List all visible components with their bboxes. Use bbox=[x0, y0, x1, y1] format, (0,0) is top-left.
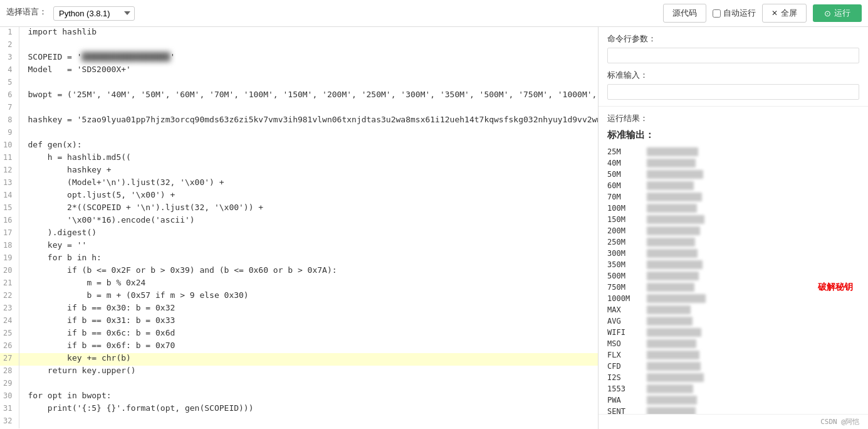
line-number: 21 bbox=[0, 278, 19, 290]
code-body: 1import hashlib23SCOPEID = '████████████… bbox=[0, 27, 599, 428]
output-bar-row bbox=[647, 304, 706, 315]
line-number: 8 bbox=[0, 115, 19, 127]
output-bar-row bbox=[647, 236, 706, 248]
line-number: 17 bbox=[0, 228, 19, 240]
line-code: Model = 'SDS2000X+' bbox=[19, 65, 599, 77]
lang-label: 选择语言： bbox=[6, 6, 47, 18]
app: 选择语言： Python (3.8.1)Python (3.9)Python (… bbox=[0, 0, 868, 429]
output-key: PWA bbox=[607, 395, 642, 406]
line-number: 19 bbox=[0, 253, 19, 265]
line-number: 7 bbox=[0, 102, 19, 115]
output-bar-row bbox=[647, 225, 706, 236]
stdout-label: 标准输出： bbox=[607, 129, 859, 141]
table-row: 27 key += chr(b) bbox=[0, 353, 599, 366]
output-key: 70M bbox=[607, 191, 642, 203]
table-row: 15 2*((SCOPEID + '\n').ljust(32, '\x00')… bbox=[0, 203, 599, 215]
output-area: 25M40M50M60M70M100M150M200M250M300M350M5… bbox=[607, 146, 859, 414]
output-key: I2S bbox=[607, 372, 642, 383]
auto-run-checkbox[interactable] bbox=[713, 9, 721, 18]
cmd-args-input[interactable] bbox=[607, 48, 859, 63]
output-bar-row bbox=[647, 157, 706, 169]
stdin-label: 标准输入： bbox=[607, 70, 859, 81]
table-row: 26 if b == 0x6f: b = 0x70 bbox=[0, 341, 599, 353]
fullscreen-button[interactable]: ✕ 全屏 bbox=[762, 4, 807, 23]
output-key: 750M bbox=[607, 282, 642, 293]
line-number: 6 bbox=[0, 90, 19, 102]
line-number: 5 bbox=[0, 77, 19, 90]
line-number: 25 bbox=[0, 328, 19, 341]
table-row: 23 if b == 0x30: b = 0x32 bbox=[0, 303, 599, 315]
line-code: import hashlib bbox=[19, 27, 599, 40]
line-number: 14 bbox=[0, 190, 19, 203]
source-button[interactable]: 源代码 bbox=[663, 4, 706, 23]
main-area: 1import hashlib23SCOPEID = '████████████… bbox=[0, 27, 868, 429]
output-bar-row bbox=[647, 361, 706, 372]
table-row: 14 opt.ljust(5, '\x00') + bbox=[0, 190, 599, 203]
auto-run-text: 自动运行 bbox=[723, 8, 756, 19]
line-number: 20 bbox=[0, 265, 19, 278]
output-values bbox=[647, 146, 706, 414]
table-row: 31 print('{:5} {}'.format(opt, gen(SCOPE… bbox=[0, 403, 599, 416]
fullscreen-icon: ✕ bbox=[771, 9, 778, 18]
line-code bbox=[19, 102, 599, 115]
line-code: hashkey = '5zao9lyua01pp7hjzm3orcq90mds6… bbox=[19, 115, 599, 127]
line-number: 18 bbox=[0, 240, 19, 253]
output-bar-row bbox=[647, 338, 706, 349]
line-number: 10 bbox=[0, 140, 19, 152]
output-bar-row bbox=[647, 383, 706, 395]
line-number: 22 bbox=[0, 290, 19, 303]
output-key: 1553 bbox=[607, 383, 642, 395]
lang-select[interactable]: Python (3.8.1)Python (3.9)Python (3.10)C… bbox=[53, 6, 135, 21]
table-row: 12 hashkey + bbox=[0, 165, 599, 177]
crack-label: 破解秘钥 bbox=[818, 282, 853, 293]
fullscreen-label: 全屏 bbox=[781, 8, 797, 19]
line-code bbox=[19, 77, 599, 90]
stdin-input[interactable] bbox=[607, 84, 859, 100]
table-row: 2 bbox=[0, 40, 599, 52]
footer: CSDN @阿恺 bbox=[599, 414, 868, 429]
table-row: 17 ).digest() bbox=[0, 228, 599, 240]
right-top: 命令行参数： 标准输入： bbox=[599, 27, 868, 107]
line-code: bwopt = ('25M', '40M', '50M', '60M', '70… bbox=[19, 90, 599, 102]
table-row: 25 if b == 0x6c: b = 0x6d bbox=[0, 328, 599, 341]
output-bar-row bbox=[647, 282, 706, 293]
run-button[interactable]: ⊙ 运行 bbox=[813, 4, 862, 22]
run-label: 运行 bbox=[834, 8, 850, 19]
line-number: 23 bbox=[0, 303, 19, 315]
line-code: '\x00'*16).encode('ascii') bbox=[19, 215, 599, 228]
output-bar-row bbox=[647, 214, 706, 225]
code-table: 1import hashlib23SCOPEID = '████████████… bbox=[0, 27, 599, 428]
table-row: 30for opt in bwopt: bbox=[0, 391, 599, 403]
output-key: 150M bbox=[607, 214, 642, 225]
table-row: 29 bbox=[0, 378, 599, 391]
line-code: if b == 0x31: b = 0x33 bbox=[19, 315, 599, 328]
output-key: MSO bbox=[607, 338, 642, 349]
line-number: 15 bbox=[0, 203, 19, 215]
auto-run-label: 自动运行 bbox=[713, 8, 756, 19]
table-row: 20 if (b <= 0x2F or b > 0x39) and (b <= … bbox=[0, 265, 599, 278]
right-bottom: 运行结果： 标准输出： 25M40M50M60M70M100M150M200M2… bbox=[599, 107, 868, 414]
table-row: 8hashkey = '5zao9lyua01pp7hjzm3orcq90mds… bbox=[0, 115, 599, 127]
table-row: 9 bbox=[0, 127, 599, 140]
output-key: AVG bbox=[607, 315, 642, 327]
toolbar: 选择语言： Python (3.8.1)Python (3.9)Python (… bbox=[0, 0, 868, 27]
table-row: 1import hashlib bbox=[0, 27, 599, 40]
line-code: if b == 0x6f: b = 0x70 bbox=[19, 341, 599, 353]
output-bar-row bbox=[647, 327, 706, 338]
output-key: 1000M bbox=[607, 293, 642, 304]
line-number: 3 bbox=[0, 52, 19, 65]
line-code: SCOPEID = '██████████████████' bbox=[19, 52, 599, 65]
line-code: opt.ljust(5, '\x00') + bbox=[19, 190, 599, 203]
output-key: FLX bbox=[607, 349, 642, 361]
line-code: return key.upper() bbox=[19, 366, 599, 378]
code-editor[interactable]: 1import hashlib23SCOPEID = '████████████… bbox=[0, 27, 599, 429]
output-keys: 25M40M50M60M70M100M150M200M250M300M350M5… bbox=[607, 146, 642, 414]
line-code: b = m + (0x57 if m > 9 else 0x30) bbox=[19, 290, 599, 303]
output-bar-row bbox=[647, 248, 706, 259]
line-number: 11 bbox=[0, 152, 19, 165]
line-code bbox=[19, 416, 599, 428]
line-code: for b in h: bbox=[19, 253, 599, 265]
output-bar-row bbox=[647, 259, 706, 270]
line-number: 2 bbox=[0, 40, 19, 52]
output-bar-row bbox=[647, 191, 706, 203]
